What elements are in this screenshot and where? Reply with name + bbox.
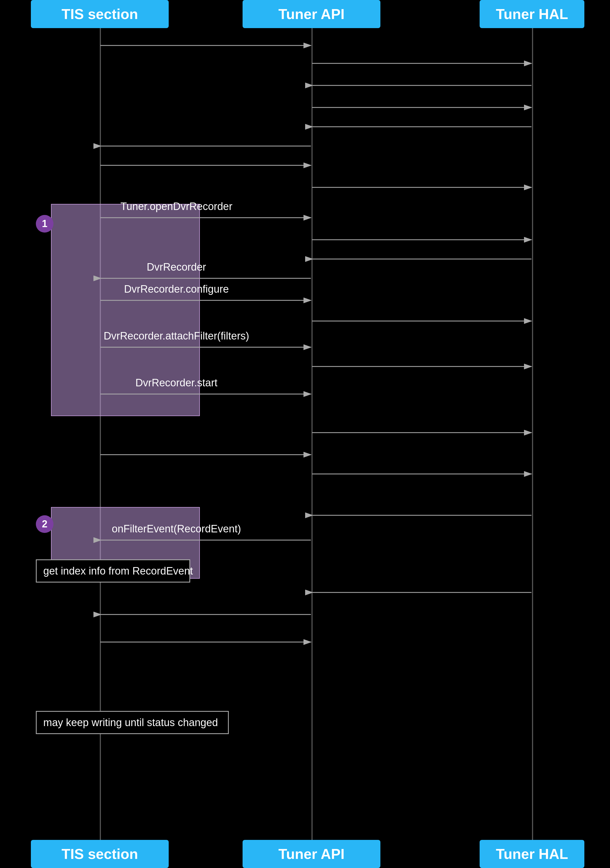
tuner-api-footer: Tuner API	[242, 840, 380, 868]
activation-box-1	[51, 204, 200, 416]
tuner-hal-footer: Tuner HAL	[480, 840, 584, 868]
tuner-hal-lifeline	[532, 28, 533, 840]
tuner-api-header: Tuner API	[242, 0, 380, 28]
tis-header: TIS section	[31, 0, 169, 28]
tuner-api-lifeline	[312, 28, 313, 840]
step-2-circle: 2	[36, 515, 53, 533]
tuner-hal-header: Tuner HAL	[480, 0, 584, 28]
step-1-circle: 1	[36, 215, 53, 232]
note-get-index: get index info from RecordEvent	[36, 560, 190, 583]
note-keep-writing: may keep writing until status changed	[36, 711, 229, 734]
tis-footer: TIS section	[31, 840, 169, 868]
arrows-svg: Tuner.openDvrRecorder DvrRecorder DvrRec…	[0, 0, 610, 868]
